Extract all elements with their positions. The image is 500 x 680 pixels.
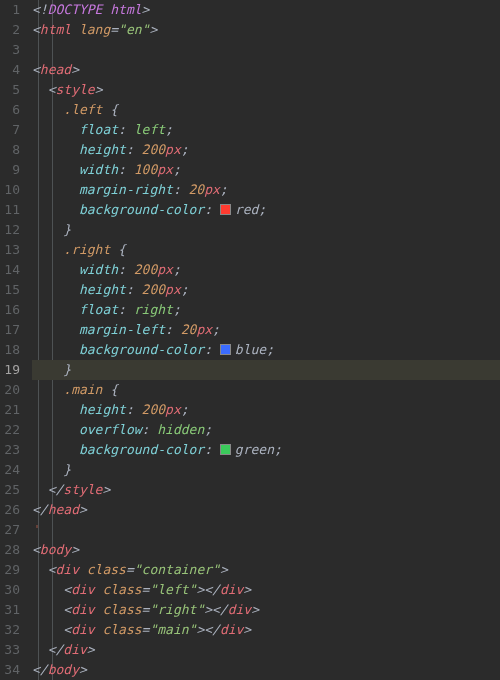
line-number: 31 <box>4 600 20 620</box>
line-number: 27 <box>4 520 20 540</box>
line-number: 10 <box>4 180 20 200</box>
line-number: 20 <box>4 380 20 400</box>
code-line[interactable]: height: 200px; <box>32 400 500 420</box>
code-line[interactable]: float: left; <box>32 120 500 140</box>
line-number: 3 <box>4 40 20 60</box>
line-number: 1 <box>4 0 20 20</box>
code-line[interactable]: .right { <box>32 240 500 260</box>
line-number: 28 <box>4 540 20 560</box>
code-line[interactable]: <html lang="en"> <box>32 20 500 40</box>
line-number: 13 <box>4 240 20 260</box>
code-line[interactable]: margin-right: 20px; <box>32 180 500 200</box>
code-line[interactable]: <div class="left"></div> <box>32 580 500 600</box>
line-number: 8 <box>4 140 20 160</box>
code-line[interactable]: <head> <box>32 60 500 80</box>
line-number: 24 <box>4 460 20 480</box>
code-line[interactable]: ' <box>32 520 500 540</box>
line-number: 22 <box>4 420 20 440</box>
line-number: 2 <box>4 20 20 40</box>
code-line[interactable]: <!DOCTYPE html> <box>32 0 500 20</box>
code-line[interactable]: width: 200px; <box>32 260 500 280</box>
code-line-active[interactable]: } <box>32 360 500 380</box>
line-number: 32 <box>4 620 20 640</box>
line-number: 5 <box>4 80 20 100</box>
line-number: 15 <box>4 280 20 300</box>
code-editor[interactable]: 1234567891011121314151617181920212223242… <box>0 0 500 680</box>
code-line[interactable]: height: 200px; <box>32 140 500 160</box>
line-number: 12 <box>4 220 20 240</box>
line-number-gutter: 1234567891011121314151617181920212223242… <box>0 0 28 680</box>
code-line[interactable]: <body> <box>32 540 500 560</box>
code-line[interactable]: .left { <box>32 100 500 120</box>
color-swatch-icon <box>220 204 231 215</box>
code-line[interactable]: float: right; <box>32 300 500 320</box>
color-swatch-icon <box>220 344 231 355</box>
code-line[interactable] <box>32 40 500 60</box>
code-line[interactable]: overflow: hidden; <box>32 420 500 440</box>
line-number: 7 <box>4 120 20 140</box>
code-line[interactable]: </style> <box>32 480 500 500</box>
line-number: 21 <box>4 400 20 420</box>
line-number: 33 <box>4 640 20 660</box>
code-line[interactable]: background-color: blue; <box>32 340 500 360</box>
code-line[interactable]: </body> <box>32 660 500 680</box>
code-line[interactable]: <div class="right"></div> <box>32 600 500 620</box>
line-number: 4 <box>4 60 20 80</box>
code-line[interactable]: </div> <box>32 640 500 660</box>
line-number: 9 <box>4 160 20 180</box>
code-line[interactable]: } <box>32 460 500 480</box>
code-line[interactable]: <style> <box>32 80 500 100</box>
line-number: 14 <box>4 260 20 280</box>
code-line[interactable]: <div class="container"> <box>32 560 500 580</box>
line-number: 16 <box>4 300 20 320</box>
line-number: 18 <box>4 340 20 360</box>
line-number: 11 <box>4 200 20 220</box>
line-number: 19 <box>4 360 20 380</box>
line-number: 6 <box>4 100 20 120</box>
line-number: 30 <box>4 580 20 600</box>
line-number: 34 <box>4 660 20 680</box>
lint-marker-icon: ' <box>34 520 40 540</box>
color-swatch-icon <box>220 444 231 455</box>
line-number: 17 <box>4 320 20 340</box>
line-number: 29 <box>4 560 20 580</box>
code-line[interactable]: background-color: red; <box>32 200 500 220</box>
code-line[interactable]: .main { <box>32 380 500 400</box>
line-number: 25 <box>4 480 20 500</box>
line-number: 23 <box>4 440 20 460</box>
code-area[interactable]: <!DOCTYPE html> <html lang="en"> <head> … <box>28 0 500 680</box>
code-line[interactable]: width: 100px; <box>32 160 500 180</box>
code-line[interactable]: </head> <box>32 500 500 520</box>
code-line[interactable]: height: 200px; <box>32 280 500 300</box>
code-line[interactable]: <div class="main"></div> <box>32 620 500 640</box>
code-line[interactable]: margin-left: 20px; <box>32 320 500 340</box>
code-line[interactable]: } <box>32 220 500 240</box>
code-line[interactable]: background-color: green; <box>32 440 500 460</box>
line-number: 26 <box>4 500 20 520</box>
